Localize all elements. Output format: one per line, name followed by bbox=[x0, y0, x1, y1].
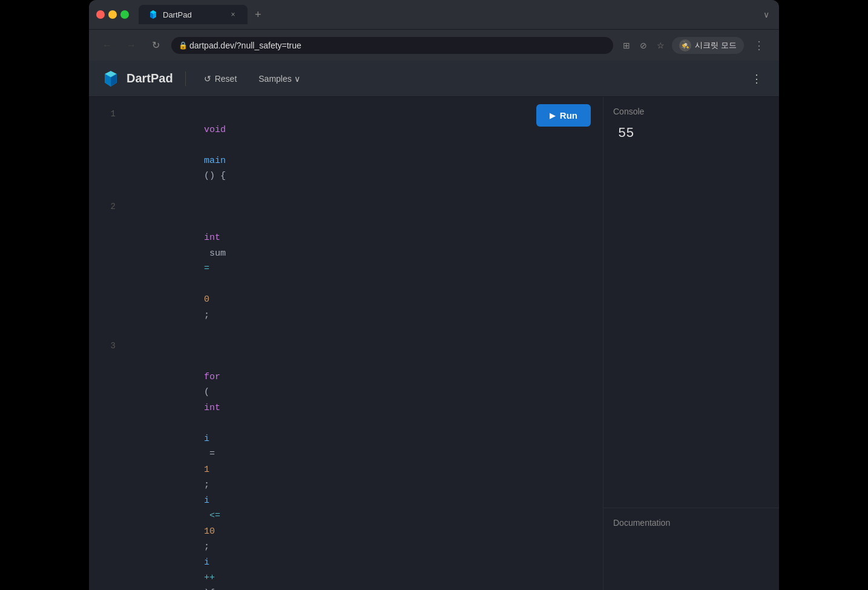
indent-3 bbox=[204, 356, 226, 366]
line-number-2: 2 bbox=[99, 200, 116, 214]
space2 bbox=[204, 279, 209, 290]
samples-chevron-icon: ∨ bbox=[294, 74, 300, 84]
new-tab-button[interactable]: + bbox=[250, 6, 266, 24]
paren3: ( bbox=[204, 387, 209, 397]
num-10: 10 bbox=[204, 526, 215, 537]
maximize-button[interactable] bbox=[120, 10, 129, 19]
code-content-2: int sum = 0 ; bbox=[128, 199, 231, 339]
translate-icon[interactable]: ⊞ bbox=[620, 38, 633, 53]
title-bar: DartPad × + ∨ bbox=[89, 0, 779, 29]
code-line-2: 2 int sum = 0 ; bbox=[89, 199, 603, 339]
op-lteq: <= bbox=[204, 511, 226, 521]
op-assign: = bbox=[204, 264, 209, 274]
dartpad-title: DartPad bbox=[127, 71, 173, 85]
camera-off-icon[interactable]: ⊘ bbox=[637, 38, 649, 53]
var-sum: sum bbox=[204, 248, 231, 259]
reset-icon: ↺ bbox=[204, 74, 211, 84]
keyword-int: int bbox=[204, 233, 220, 243]
main-content: 1 void main () { 2 int bbox=[89, 97, 779, 590]
var-i-2: i bbox=[204, 496, 209, 506]
forward-button[interactable]: → bbox=[123, 37, 140, 54]
security-lock-icon: 🔒 bbox=[179, 41, 188, 50]
code-line-1: 1 void main () { bbox=[89, 107, 603, 199]
incognito-label: 시크릿 모드 bbox=[695, 40, 737, 51]
right-panel: Console 55 Documentation bbox=[603, 97, 779, 590]
line-number-3: 3 bbox=[99, 339, 116, 354]
code-content-1: void main () { bbox=[128, 107, 226, 199]
address-actions: ⊞ ⊘ ☆ 🕵 시크릿 모드 ⋮ bbox=[620, 36, 769, 55]
run-label: Run bbox=[560, 110, 577, 121]
keyword-int-2: int bbox=[204, 403, 220, 413]
keyword-for: for bbox=[204, 372, 220, 382]
semi-for2: ; bbox=[204, 542, 215, 552]
minimize-button[interactable] bbox=[108, 10, 117, 19]
address-bar: ← → ↻ 🔒 ⊞ ⊘ ☆ 🕵 시크릿 모드 ⋮ bbox=[89, 29, 779, 61]
reset-label: Reset bbox=[215, 74, 237, 84]
dartpad-header: DartPad ↺ Reset Samples ∨ ⋮ bbox=[89, 61, 779, 97]
dart-logo-icon bbox=[101, 69, 120, 88]
documentation-section: Documentation bbox=[603, 508, 779, 590]
tab-favicon-icon bbox=[148, 10, 158, 19]
semicolon1: ; bbox=[204, 310, 209, 320]
var-i-name: i bbox=[204, 434, 209, 444]
op-inc: ++ bbox=[204, 572, 215, 583]
tab-bar: DartPad × + ∨ bbox=[139, 5, 772, 24]
samples-label: Samples bbox=[258, 74, 291, 84]
console-output: 55 bbox=[613, 124, 769, 144]
browser-menu-button[interactable]: ⋮ bbox=[749, 36, 769, 55]
var-i bbox=[204, 418, 209, 428]
space bbox=[204, 140, 209, 150]
console-section: Console 55 bbox=[603, 97, 779, 508]
address-input[interactable] bbox=[171, 37, 613, 54]
semi-for1: ; bbox=[204, 480, 215, 490]
func-main: main bbox=[204, 156, 226, 166]
code-editor[interactable]: 1 void main () { 2 int bbox=[89, 97, 603, 590]
more-options-button[interactable]: ⋮ bbox=[746, 70, 767, 88]
var-i-3: i bbox=[204, 557, 209, 568]
code-line-3: 3 for ( int i = 1 ; i bbox=[89, 339, 603, 591]
dartpad-logo: DartPad bbox=[101, 69, 173, 88]
back-button[interactable]: ← bbox=[99, 37, 116, 54]
incognito-avatar-icon: 🕵 bbox=[679, 39, 691, 51]
documentation-label: Documentation bbox=[613, 518, 769, 528]
reset-button[interactable]: ↺ Reset bbox=[198, 70, 243, 87]
editor-area[interactable]: 1 void main () { 2 int bbox=[89, 97, 603, 590]
incognito-button[interactable]: 🕵 시크릿 모드 bbox=[672, 37, 744, 54]
keyword-void: void bbox=[204, 125, 226, 135]
tab-chevron-icon[interactable]: ∨ bbox=[763, 10, 769, 19]
close-for: ){ bbox=[204, 588, 215, 591]
bookmark-icon[interactable]: ☆ bbox=[654, 38, 667, 53]
close-button[interactable] bbox=[96, 10, 105, 19]
indent-2 bbox=[204, 217, 226, 228]
active-tab[interactable]: DartPad × bbox=[139, 5, 248, 24]
refresh-button[interactable]: ↻ bbox=[147, 37, 164, 54]
paren-open: () { bbox=[204, 171, 226, 181]
num-1: 1 bbox=[204, 465, 209, 475]
header-divider bbox=[185, 71, 186, 86]
tab-close-button[interactable]: × bbox=[228, 10, 238, 19]
code-content-3: for ( int i = 1 ; i <= 10 ; bbox=[128, 339, 226, 591]
space-eq: = bbox=[204, 449, 220, 459]
tab-title: DartPad bbox=[163, 10, 192, 19]
play-icon: ▶ bbox=[550, 111, 555, 120]
line-number-1: 1 bbox=[99, 107, 116, 122]
traffic-lights bbox=[96, 10, 129, 19]
run-button[interactable]: ▶ Run bbox=[536, 104, 591, 127]
samples-button[interactable]: Samples ∨ bbox=[252, 70, 306, 87]
address-wrapper: 🔒 bbox=[171, 37, 613, 54]
browser-window: DartPad × + ∨ ← → ↻ 🔒 ⊞ ⊘ ☆ 🕵 시크릿 모드 ⋮ bbox=[89, 0, 779, 590]
num-0: 0 bbox=[204, 294, 209, 305]
console-label: Console bbox=[613, 107, 769, 116]
dartpad-app: DartPad ↺ Reset Samples ∨ ⋮ 1 bbox=[89, 61, 779, 590]
